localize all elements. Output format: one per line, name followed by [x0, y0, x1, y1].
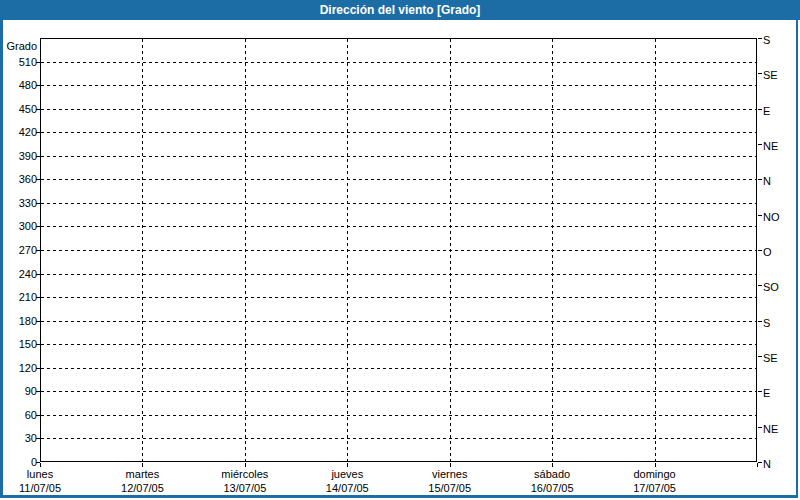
- compass-tick-label: NE: [763, 140, 778, 152]
- chart-title: Dirección del viento [Grado]: [320, 3, 481, 17]
- x-date-label: 13/07/05: [223, 482, 266, 494]
- grid-line-horizontal: [41, 109, 756, 110]
- compass-axis-tick: [758, 144, 762, 145]
- compass-axis-tick: [758, 250, 762, 251]
- grid-line-horizontal: [41, 321, 756, 322]
- compass-tick-label: SE: [763, 69, 778, 81]
- compass-axis-tick: [758, 73, 762, 74]
- y-axis-title: Grado: [6, 40, 37, 52]
- y-axis-tick-label: 210: [7, 291, 37, 303]
- y-axis-tick-label: 420: [7, 126, 37, 138]
- grid-line-horizontal: [41, 85, 756, 86]
- compass-axis-tick: [758, 109, 762, 110]
- grid-line-vertical: [142, 39, 143, 461]
- y-axis-tick-label: 0: [7, 456, 37, 468]
- y-axis-tick-label: 510: [7, 56, 37, 68]
- grid-line-vertical: [655, 39, 656, 461]
- y-axis-tick-label: 450: [7, 103, 37, 115]
- grid-line-horizontal: [41, 132, 756, 133]
- x-date-label: 16/07/05: [531, 482, 574, 494]
- x-axis-tick: [347, 463, 348, 467]
- compass-axis-tick: [758, 356, 762, 357]
- grid-line-horizontal: [41, 203, 756, 204]
- compass-tick-label: E: [763, 387, 770, 399]
- grid-line-horizontal: [41, 179, 756, 180]
- grid-line-horizontal: [41, 156, 756, 157]
- compass-axis-tick: [758, 462, 762, 463]
- x-axis-tick: [142, 463, 143, 467]
- grid-line-horizontal: [41, 297, 756, 298]
- x-day-name-label: domingo: [633, 468, 675, 480]
- compass-tick-label: SO: [763, 281, 779, 293]
- y-axis-tick-label: 150: [7, 338, 37, 350]
- grid-line-vertical: [552, 39, 553, 461]
- grid-line-horizontal: [41, 62, 756, 63]
- x-day-name-label: lunes: [27, 468, 53, 480]
- y-axis-tick-label: 360: [7, 173, 37, 185]
- grid-line-horizontal: [41, 391, 756, 392]
- compass-tick-label: S: [763, 34, 770, 46]
- y-axis-tick-label: 390: [7, 150, 37, 162]
- grid-line-horizontal: [41, 226, 756, 227]
- compass-axis-tick: [758, 391, 762, 392]
- compass-tick-label: N: [763, 175, 771, 187]
- y-axis-tick-label: 240: [7, 268, 37, 280]
- grid-line-vertical: [245, 39, 246, 461]
- y-axis-tick-label: 30: [7, 432, 37, 444]
- compass-axis-tick: [758, 179, 762, 180]
- compass-tick-label: S: [763, 317, 770, 329]
- x-axis-tick: [552, 463, 553, 467]
- x-axis-tick: [450, 463, 451, 467]
- x-date-label: 11/07/05: [19, 482, 61, 494]
- y-axis-tick-label: 60: [7, 409, 37, 421]
- x-day-name-label: miércoles: [221, 468, 268, 480]
- window-border-right: [796, 20, 798, 498]
- compass-axis-tick: [758, 215, 762, 216]
- y-axis-tick-label: 120: [7, 362, 37, 374]
- y-axis-tick-label: 480: [7, 79, 37, 91]
- x-day-name-label: jueves: [331, 468, 363, 480]
- compass-tick-label: N: [763, 458, 771, 470]
- grid-line-vertical: [347, 39, 348, 461]
- grid-line-horizontal: [41, 344, 756, 345]
- grid-line-horizontal: [41, 438, 756, 439]
- compass-tick-label: O: [763, 246, 772, 258]
- x-day-name-label: viernes: [432, 468, 467, 480]
- x-axis-tick: [40, 463, 41, 467]
- compass-tick-label: E: [763, 105, 770, 117]
- grid-line-horizontal: [41, 415, 756, 416]
- x-day-name-label: sábado: [534, 468, 570, 480]
- x-day-name-label: martes: [126, 468, 160, 480]
- compass-axis-tick: [758, 285, 762, 286]
- y-axis-tick-label: 180: [7, 315, 37, 327]
- y-axis-tick-label: 90: [7, 385, 37, 397]
- x-date-label: 12/07/05: [121, 482, 164, 494]
- x-axis-tick: [655, 463, 656, 467]
- y-axis-tick-label: 300: [7, 220, 37, 232]
- window-border-bottom: [0, 495, 798, 498]
- x-date-label: 14/07/05: [326, 482, 369, 494]
- x-date-label: 17/07/05: [633, 482, 676, 494]
- grid-line-horizontal: [41, 274, 756, 275]
- compass-axis-tick: [758, 321, 762, 322]
- compass-tick-label: NE: [763, 423, 778, 435]
- compass-tick-label: NO: [763, 211, 780, 223]
- compass-axis-tick: [758, 38, 762, 39]
- compass-tick-label: SE: [763, 352, 778, 364]
- x-axis-tick: [245, 463, 246, 467]
- window-border-left: [0, 20, 3, 498]
- y-axis-tick-label: 330: [7, 197, 37, 209]
- compass-axis-tick: [758, 427, 762, 428]
- title-bar: Dirección del viento [Grado]: [0, 0, 800, 20]
- x-axis-tick: [757, 463, 758, 467]
- y-axis-tick-label: 270: [7, 244, 37, 256]
- x-date-label: 15/07/05: [428, 482, 471, 494]
- grid-line-horizontal: [41, 250, 756, 251]
- chart-window: Dirección del viento [Grado] Grado 03060…: [0, 0, 800, 500]
- grid-line-horizontal: [41, 368, 756, 369]
- grid-line-vertical: [450, 39, 451, 461]
